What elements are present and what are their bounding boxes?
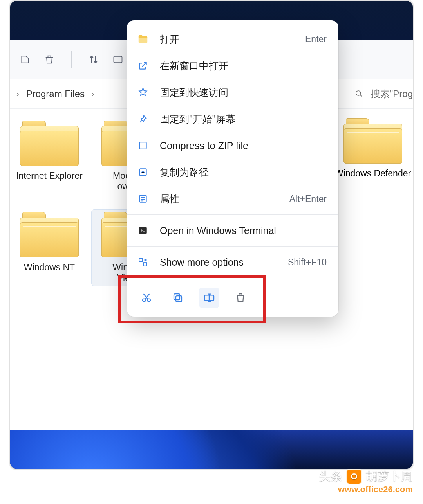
- external-link-icon: [136, 59, 150, 72]
- watermark-badge-icon: O: [346, 469, 362, 484]
- menu-item-windows-terminal[interactable]: Open in Windows Terminal: [127, 217, 338, 244]
- desktop-wallpaper: [10, 430, 413, 469]
- watermark-url: www.office26.com: [319, 484, 413, 495]
- watermark-name: 胡萝卜周: [366, 468, 413, 484]
- folder-icon: [343, 118, 402, 164]
- menu-item-compress-zip[interactable]: Compress to ZIP file: [127, 132, 338, 159]
- menu-label: 固定到快速访问: [160, 86, 327, 99]
- menu-label: 复制为路径: [160, 166, 327, 179]
- svg-point-1: [356, 91, 361, 95]
- menu-separator: [127, 214, 338, 215]
- folder-item[interactable]: Internet Explorer: [10, 118, 89, 194]
- menu-item-open-new-window[interactable]: 在新窗口中打开: [127, 52, 338, 79]
- breadcrumb[interactable]: › Program Files ›: [16, 88, 94, 99]
- copy-icon[interactable]: [168, 288, 188, 308]
- svg-rect-0: [114, 56, 122, 62]
- menu-label: 固定到"开始"屏幕: [160, 113, 327, 126]
- watermark: 头条 O 胡萝卜周 www.office26.com: [319, 468, 413, 495]
- delete-icon[interactable]: [230, 288, 251, 308]
- context-menu: 打开 Enter 在新窗口中打开 固定到快速访问 固定到"开始"屏幕 Com: [127, 20, 338, 317]
- view-icon[interactable]: [108, 49, 128, 70]
- menu-label: 在新窗口中打开: [160, 59, 327, 72]
- svg-rect-7: [143, 263, 147, 266]
- breadcrumb-segment[interactable]: Program Files: [26, 88, 85, 99]
- properties-icon: [136, 192, 150, 205]
- folder-label: Windows Defender: [335, 168, 411, 179]
- menu-item-copy-path[interactable]: 复制为路径: [127, 159, 338, 185]
- copy-path-icon: [136, 166, 150, 179]
- menu-item-open[interactable]: 打开 Enter: [127, 26, 338, 52]
- menu-label: 打开: [160, 33, 305, 46]
- folder-icon: [20, 121, 79, 166]
- menu-item-pin-quick-access[interactable]: 固定到快速访问: [127, 79, 338, 106]
- terminal-icon: [136, 224, 150, 237]
- search-box[interactable]: 搜索"Prog: [354, 88, 413, 100]
- menu-label: Open in Windows Terminal: [160, 225, 327, 236]
- toolbar-button-partial[interactable]: [15, 49, 35, 70]
- folder-item[interactable]: Windows NT: [10, 210, 89, 286]
- folder-icon: [20, 212, 79, 257]
- svg-rect-5: [139, 227, 147, 234]
- search-placeholder: 搜索"Prog: [371, 88, 413, 100]
- menu-item-properties[interactable]: 属性 Alt+Enter: [127, 185, 338, 212]
- svg-rect-6: [139, 258, 143, 262]
- menu-shortcut: Shift+F10: [288, 257, 327, 268]
- star-icon: [136, 86, 150, 99]
- toolbar-divider: [71, 51, 72, 68]
- delete-icon[interactable]: [39, 49, 60, 70]
- rename-icon[interactable]: [199, 288, 219, 308]
- watermark-prefix: 头条: [319, 468, 342, 484]
- menu-label: Compress to ZIP file: [160, 140, 327, 151]
- menu-shortcut: Enter: [305, 34, 327, 45]
- cut-icon[interactable]: [136, 288, 157, 308]
- more-options-icon: [136, 256, 150, 269]
- menu-label: Show more options: [160, 257, 288, 268]
- chevron-right-icon: ›: [16, 89, 19, 98]
- folder-label: Windows NT: [24, 262, 75, 273]
- menu-label: 属性: [160, 193, 289, 205]
- pin-icon: [136, 112, 150, 126]
- menu-shortcut: Alt+Enter: [289, 194, 327, 204]
- menu-separator: [127, 246, 338, 247]
- svg-rect-11: [174, 294, 180, 300]
- search-icon: [354, 89, 364, 99]
- sort-icon[interactable]: [83, 49, 104, 70]
- folder-item[interactable]: Windows Defender: [330, 118, 414, 179]
- menu-item-pin-start[interactable]: 固定到"开始"屏幕: [127, 106, 338, 132]
- folder-label: Internet Explorer: [16, 171, 83, 181]
- folder-open-icon: [136, 32, 150, 46]
- menu-separator: [127, 278, 338, 278]
- svg-rect-10: [176, 296, 182, 302]
- chevron-right-icon: ›: [92, 89, 94, 98]
- menu-item-show-more[interactable]: Show more options Shift+F10: [127, 249, 338, 275]
- window-frame: › Program Files › 搜索"Prog Internet Explo…: [9, 0, 414, 470]
- context-menu-actions: [127, 281, 338, 312]
- zip-icon: [136, 139, 150, 152]
